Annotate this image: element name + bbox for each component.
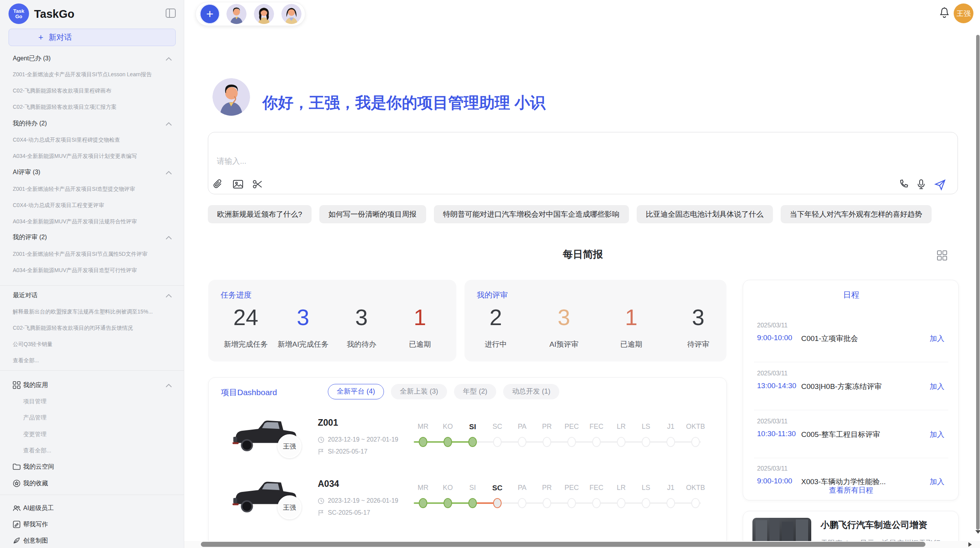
chevron-up-icon[interactable] bbox=[166, 55, 172, 59]
milestone-dot bbox=[617, 498, 625, 508]
star-badge-icon bbox=[13, 480, 21, 487]
tab-powertrain[interactable]: 动总开发 (1) bbox=[503, 384, 559, 399]
sidebar-item[interactable]: C02-飞腾新能源轻客改款项目立项汇报方案 bbox=[13, 103, 175, 111]
suggestion-chip[interactable]: 特朗普可能对进口汽车增税会对中国车企造成哪些影响 bbox=[434, 205, 629, 223]
sidebar-item[interactable]: A034-全新新能源MUV产品开发项目造型可行性评审 bbox=[13, 267, 175, 274]
milestone-dot bbox=[567, 498, 576, 508]
sidebar: Task Go TaskGo + 新对话 Agent已办 (3) Z001-全新… bbox=[0, 0, 184, 548]
stat-label: 已逾期 bbox=[387, 339, 453, 349]
add-session-button[interactable]: + bbox=[200, 4, 220, 24]
chat-input[interactable] bbox=[217, 153, 681, 169]
plus-icon: + bbox=[38, 33, 43, 43]
tab-new-body[interactable]: 全新上装 (3) bbox=[391, 384, 447, 399]
horizontal-scrollbar[interactable] bbox=[201, 542, 925, 547]
phone-icon[interactable] bbox=[899, 179, 910, 190]
assistant-avatar bbox=[212, 78, 250, 116]
stat-in-progress: 2 进行中 bbox=[463, 304, 529, 349]
suggestion-chip[interactable]: 当下年轻人对汽车外观有怎样的喜好趋势 bbox=[781, 205, 932, 223]
sidebar-item-help-write[interactable]: 帮我写作 bbox=[23, 521, 48, 528]
stat-ai-prereview: 3 AI预评审 bbox=[531, 304, 597, 349]
sidebar-item-ai-employee[interactable]: AI超级员工 bbox=[23, 504, 54, 512]
milestone-dot bbox=[419, 437, 427, 447]
project-name[interactable]: Z001 bbox=[318, 418, 338, 428]
milestone-label: FEC bbox=[584, 484, 609, 492]
sidebar-item[interactable]: Z001-全新燃油轻卡产品开发项目SI节点属性5D文件评审 bbox=[13, 250, 175, 258]
milestone-dot bbox=[567, 437, 576, 447]
owner-name: 王强 bbox=[283, 442, 296, 451]
stat-value: 3 bbox=[665, 304, 731, 331]
schedule-time: 9:00-10:00 bbox=[757, 334, 792, 342]
view-all-schedule-link[interactable]: 查看所有日程 bbox=[743, 485, 959, 495]
chevron-up-icon[interactable] bbox=[166, 169, 172, 173]
section-ai-review-title[interactable]: AI评审 (3) bbox=[13, 168, 40, 176]
scissors-icon[interactable] bbox=[252, 179, 263, 190]
sidebar-item-creative-draw[interactable]: 创意制图 bbox=[23, 537, 48, 545]
attachment-icon[interactable] bbox=[212, 179, 223, 190]
divider bbox=[0, 495, 184, 495]
sidebar-item-favorites[interactable]: 我的收藏 bbox=[23, 480, 48, 487]
sidebar-item[interactable]: C0X4-动力总成开发项目SI里程碑提交物检查 bbox=[13, 136, 175, 144]
notification-bell-icon[interactable] bbox=[939, 7, 950, 19]
image-icon[interactable] bbox=[233, 179, 243, 190]
scroll-right-arrow[interactable] bbox=[968, 542, 972, 547]
microphone-icon[interactable] bbox=[916, 179, 927, 190]
sidebar-collapse-icon[interactable] bbox=[166, 9, 176, 18]
milestone-label: SI bbox=[460, 423, 485, 431]
tab-model-year[interactable]: 年型 (2) bbox=[454, 384, 496, 399]
layout-grid-icon[interactable] bbox=[937, 250, 947, 261]
send-icon[interactable] bbox=[934, 179, 946, 191]
session-avatar[interactable] bbox=[281, 4, 302, 24]
session-avatar[interactable] bbox=[254, 4, 274, 24]
recent-chat-item[interactable]: 公司Q3轻卡销量 bbox=[13, 341, 175, 348]
divider bbox=[0, 370, 184, 371]
schedule-card: 日程 2025/03/11 9:00-10:00 C001-立项审批会 加入 2… bbox=[743, 280, 959, 500]
apps-view-all[interactable]: 查看全部... bbox=[23, 447, 51, 454]
suggestion-chip[interactable]: 比亚迪全固态电池计划具体说了什么 bbox=[637, 205, 773, 223]
user-avatar[interactable]: 王强 bbox=[954, 3, 973, 23]
tab-new-platform[interactable]: 全新平台 (4) bbox=[328, 384, 384, 399]
join-link[interactable]: 加入 bbox=[930, 334, 944, 344]
schedule-time: 10:30-11:30 bbox=[757, 430, 796, 438]
milestone-dot bbox=[518, 498, 526, 508]
section-agent-done-title[interactable]: Agent已办 (3) bbox=[13, 55, 51, 62]
vertical-scrollbar[interactable] bbox=[976, 35, 980, 530]
recent-chat-item[interactable]: C02-飞腾新能源轻客改款项目的闭环通告反馈情况 bbox=[13, 324, 175, 332]
app-item-project-mgmt[interactable]: 项目管理 bbox=[23, 397, 46, 405]
divider bbox=[754, 362, 948, 362]
clock-icon bbox=[318, 437, 324, 443]
section-recent-chats-title[interactable]: 最近对话 bbox=[13, 291, 38, 299]
app-item-product-mgmt[interactable]: 产品管理 bbox=[23, 414, 46, 421]
milestone-dot bbox=[691, 437, 700, 447]
join-link[interactable]: 加入 bbox=[930, 382, 944, 392]
sidebar-item-my-apps[interactable]: 我的应用 bbox=[23, 381, 48, 389]
suggestion-chip[interactable]: 如何写一份清晰的项目周报 bbox=[319, 205, 426, 223]
schedule-event: C003|H0B-方案冻结评审 bbox=[801, 382, 882, 392]
app-item-change-mgmt[interactable]: 变更管理 bbox=[23, 430, 46, 438]
sidebar-item[interactable]: C02-飞腾新能源轻客改款项目里程碑画布 bbox=[13, 87, 175, 94]
suggestion-chip[interactable]: 欧洲新规最近颁布了什么? bbox=[208, 205, 312, 223]
chevron-up-icon[interactable] bbox=[166, 292, 172, 296]
milestone-dot bbox=[691, 498, 700, 508]
sidebar-item[interactable]: A034-全新新能源MUV产品开发项目法规符合性评审 bbox=[13, 218, 175, 225]
stat-my-todo: 3 我的待办 bbox=[329, 304, 394, 349]
section-my-todo-title[interactable]: 我的待办 (2) bbox=[13, 120, 47, 127]
sidebar-item[interactable]: Z001-全新燃油皮卡产品开发项目SI节点Lesson Learn报告 bbox=[13, 71, 175, 78]
new-chat-button[interactable]: + 新对话 bbox=[9, 29, 176, 46]
project-name[interactable]: A034 bbox=[318, 479, 339, 489]
recent-chats-view-all[interactable]: 查看全部... bbox=[13, 357, 175, 364]
chevron-up-icon[interactable] bbox=[166, 120, 172, 124]
session-avatar[interactable] bbox=[226, 4, 247, 24]
sidebar-item[interactable]: C0X4-动力总成开发项目工程变更评审 bbox=[13, 202, 175, 209]
user-avatar-name: 王强 bbox=[957, 9, 971, 18]
section-my-review-title[interactable]: 我的评审 (2) bbox=[13, 233, 47, 241]
chevron-up-icon[interactable] bbox=[166, 382, 172, 386]
chevron-up-icon[interactable] bbox=[166, 234, 172, 238]
milestone-label: KO bbox=[435, 423, 460, 431]
sidebar-item[interactable]: A034-全新新能源MUV产品开发项目计划变更表编写 bbox=[13, 152, 175, 160]
sidebar-item-cloud-space[interactable]: 我的云空间 bbox=[23, 463, 54, 471]
milestone-label: KO bbox=[435, 484, 460, 492]
scroll-down-arrow[interactable] bbox=[975, 530, 980, 534]
join-link[interactable]: 加入 bbox=[930, 430, 944, 440]
sidebar-item[interactable]: Z001-全新燃油轻卡产品开发项目SI造型提交物评审 bbox=[13, 185, 175, 193]
recent-chat-item[interactable]: 解释最新出台的欧盟报废车法规再生塑料比例被调至15%... bbox=[13, 308, 175, 315]
